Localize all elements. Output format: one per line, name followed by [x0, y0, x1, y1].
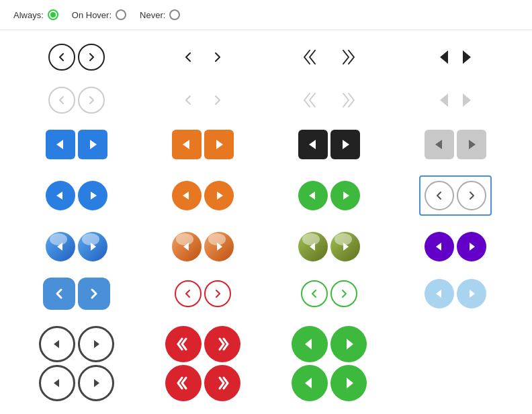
dark-ring-tr[interactable] [78, 326, 114, 362]
svg-marker-9 [343, 140, 349, 149]
orange-glossy-left[interactable] [172, 232, 202, 261]
never-radio[interactable] [169, 9, 180, 20]
red-outline-right[interactable] [204, 280, 231, 307]
always-label: Always: [13, 10, 44, 20]
purple-round-left[interactable] [425, 232, 454, 261]
right-dbl-chevron-outline[interactable] [330, 44, 364, 71]
svg-marker-29 [94, 340, 99, 348]
svg-marker-11 [469, 140, 476, 149]
always-radio[interactable] [48, 9, 58, 20]
left-solid-tri-faded[interactable] [436, 91, 455, 110]
cell-r5c3 [266, 225, 392, 268]
cell-r1c3 [266, 37, 392, 77]
gray-sq-right[interactable] [457, 130, 486, 159]
onhover-option[interactable]: On Hover: [72, 9, 126, 20]
cell-r1c1 [13, 37, 140, 77]
right-chevron-sm-dark[interactable] [204, 44, 231, 71]
onhover-label: On Hover: [72, 10, 112, 20]
right-chevron-faded[interactable] [204, 87, 231, 114]
cell-r5c4 [392, 225, 519, 268]
bordered-round-pair [419, 175, 492, 216]
never-option[interactable]: Never: [140, 9, 180, 20]
black-sq-left[interactable] [298, 130, 328, 159]
left-chevron-faded[interactable] [175, 87, 202, 114]
right-solid-tri-faded[interactable] [456, 91, 475, 110]
blue-softsq-left[interactable] [43, 278, 75, 310]
green-outline-right[interactable] [330, 280, 357, 307]
blue-glossy-right[interactable] [78, 232, 107, 261]
blue-sq-right[interactable] [78, 130, 107, 159]
left-arrow-outline-faded[interactable] [48, 87, 75, 114]
never-label: Never: [140, 10, 165, 20]
blue-sq-left[interactable] [46, 130, 75, 159]
svg-marker-30 [54, 379, 59, 387]
green-round-right[interactable] [330, 181, 360, 210]
left-arrow-outline-dark[interactable] [48, 44, 75, 71]
cell-r2c4 [392, 80, 519, 120]
svg-marker-19 [91, 243, 96, 251]
orange-round-left[interactable] [172, 181, 202, 210]
cell-r7c4 [392, 319, 519, 408]
right-arrow-outline-dark[interactable] [78, 44, 105, 71]
orange-sq-right[interactable] [204, 130, 234, 159]
svg-marker-1 [463, 50, 471, 64]
blue-round-left[interactable] [46, 181, 75, 210]
cell-r5c1 [13, 225, 140, 268]
green-round-left[interactable] [298, 181, 328, 210]
green-arrow-bl[interactable] [292, 365, 328, 401]
cell-r1c2 [140, 37, 266, 77]
onhover-radio[interactable] [116, 9, 126, 20]
dark-ring-tl[interactable] [39, 326, 75, 362]
red-dbl-right-bot[interactable] [204, 365, 240, 401]
svg-marker-10 [435, 140, 442, 149]
svg-marker-12 [56, 192, 62, 200]
green-arrow-tr[interactable] [330, 326, 367, 362]
svg-marker-4 [56, 140, 63, 149]
left-dbl-chevron-faded[interactable] [294, 87, 328, 114]
svg-marker-5 [90, 140, 97, 149]
svg-marker-2 [440, 93, 448, 107]
left-dbl-chevron-outline[interactable] [294, 44, 328, 71]
outline-round-left[interactable] [425, 181, 454, 210]
left-solid-tri[interactable] [436, 48, 455, 67]
green-arrow-tl[interactable] [292, 326, 328, 362]
dark-ring-br[interactable] [78, 365, 114, 401]
lightblue-round-left[interactable] [425, 279, 454, 308]
outline-round-right[interactable] [457, 181, 486, 210]
olive-glossy-right[interactable] [330, 232, 360, 261]
cell-r6c4 [392, 271, 519, 317]
lightblue-round-right[interactable] [457, 279, 486, 308]
blue-glossy-left[interactable] [46, 232, 75, 261]
orange-glossy-right[interactable] [204, 232, 234, 261]
blue-softsq-right[interactable] [78, 278, 110, 310]
left-chevron-sm-dark[interactable] [175, 44, 202, 71]
cell-r7c1 [13, 319, 140, 408]
green-arrow-br[interactable] [330, 365, 367, 401]
olive-glossy-left[interactable] [298, 232, 328, 261]
svg-marker-23 [343, 243, 349, 251]
red-dbl-right-top[interactable] [204, 326, 240, 362]
always-option[interactable]: Always: [13, 9, 58, 20]
purple-round-right[interactable] [457, 232, 486, 261]
svg-marker-31 [94, 379, 99, 387]
dark-ring-bl[interactable] [39, 365, 75, 401]
svg-marker-3 [463, 93, 471, 107]
red-outline-left[interactable] [175, 280, 202, 307]
right-solid-tri[interactable] [456, 48, 475, 67]
svg-marker-20 [183, 243, 189, 251]
green-outline-left[interactable] [301, 280, 328, 307]
orange-sq-left[interactable] [172, 130, 202, 159]
red-dbl-left-bot[interactable] [165, 365, 202, 401]
svg-marker-13 [91, 192, 97, 200]
right-arrow-outline-faded[interactable] [78, 87, 105, 114]
svg-marker-25 [470, 243, 475, 251]
orange-round-right[interactable] [204, 181, 234, 210]
black-sq-right[interactable] [330, 130, 360, 159]
right-dbl-chevron-faded[interactable] [330, 87, 364, 114]
blue-round-right[interactable] [78, 181, 107, 210]
svg-marker-18 [57, 243, 62, 251]
red-dbl-left-top[interactable] [165, 326, 202, 362]
cell-r5c2 [140, 225, 266, 268]
gray-sq-left[interactable] [425, 130, 454, 159]
svg-marker-16 [309, 192, 315, 200]
